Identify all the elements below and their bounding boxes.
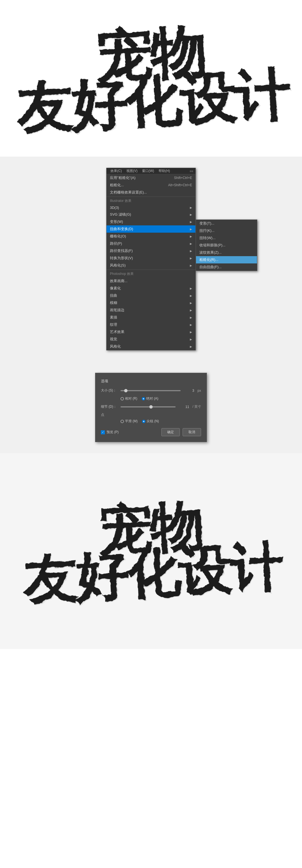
rasterize-item[interactable]: 栅格化(O) ▶ — [107, 232, 195, 240]
menu-effects[interactable]: 效果(C) — [109, 168, 124, 174]
arrow-icon: ▶ — [190, 206, 192, 209]
convert-shape-item[interactable]: 转换为形状(V) ▶ — [107, 254, 195, 262]
size-radio-group: 相对 (R) 绝对 (A) — [121, 396, 201, 401]
effects-menu[interactable]: 效果(C) 视图(V) 窗口(W) 帮助(H) ≡≡ 应用"粗糙化"(A) Sh… — [106, 168, 196, 350]
apply-roughen-item[interactable]: 应用"粗糙化"(A) Shift+Ctrl+E — [107, 174, 195, 182]
radio-sharp[interactable]: 尖锐 (N) — [142, 419, 159, 424]
radio-absolute-circle[interactable] — [142, 397, 145, 400]
preview-checkbox-box[interactable] — [101, 430, 105, 434]
arrow-icon: ▶ — [190, 323, 192, 326]
arrow-icon: ▶ — [190, 235, 192, 238]
twist-item[interactable]: 扭转(W)... — [196, 234, 257, 242]
menu-window[interactable]: 窗口(W) — [140, 168, 156, 174]
distort-transform-item[interactable]: 扭曲和变换(D) ▶ — [107, 225, 195, 232]
radio-flat[interactable]: 平滑 (M) — [121, 419, 138, 424]
size-unit: px — [198, 389, 201, 393]
arrow-icon: ▶ — [190, 249, 192, 252]
separator-1 — [107, 196, 195, 197]
arrow-icon: ▶ — [190, 213, 192, 216]
distort-submenu[interactable]: 变形(T)... 扭拧(K)... 扭转(W)... 收缩和膨胀(P)... 波… — [196, 219, 257, 271]
detail-row: 细节 (D)： 11 / 英寸 — [101, 404, 201, 409]
detail-slider[interactable] — [121, 406, 176, 407]
size-row: 大小 (S)： 3 px — [101, 388, 201, 393]
section-bottom-calligraphy: 宠物 友好化设计 — [0, 453, 302, 649]
detail-slider-container: 11 / 英寸 — [121, 404, 201, 409]
radio-sharp-circle[interactable] — [142, 420, 145, 423]
size-value: 3 — [183, 389, 194, 393]
effect-gallery-item[interactable]: 效果画廊... — [107, 277, 195, 285]
roughen-sub-item[interactable]: 粗糙化(R)... — [196, 256, 257, 264]
stylize-item[interactable]: 风格化(S) ▶ — [107, 262, 195, 269]
menu-help[interactable]: 帮助(H) — [157, 168, 172, 174]
tweak-item[interactable]: 扭拧(K)... — [196, 227, 257, 234]
size-slider-container: 3 px — [121, 389, 201, 393]
warp-item[interactable]: 变形(W) ▶ — [107, 218, 195, 225]
point-label: 点 — [101, 412, 201, 417]
radio-flat-circle[interactable] — [121, 420, 124, 423]
detail-value: 11 — [178, 405, 189, 409]
arrow-icon: ▶ — [190, 294, 192, 297]
section-top-calligraphy: 宠物 友好化设计 — [0, 0, 302, 157]
top-calligraphy-text: 宠物 友好化设计 — [12, 24, 290, 133]
arrow-icon: ▶ — [190, 242, 192, 245]
arrow-icon: ▶ — [190, 287, 192, 290]
document-raster-item[interactable]: 文档栅格效果设置(E)... — [107, 189, 195, 196]
arrow-icon: ▶ — [190, 257, 192, 260]
cancel-button[interactable]: 取消 — [183, 428, 201, 436]
arrow-icon: ▶ — [190, 264, 192, 267]
size-slider[interactable] — [121, 390, 181, 391]
illustrator-effects-label: Illustrator 效果 — [107, 197, 195, 205]
section-menu: 效果(C) 视图(V) 窗口(W) 帮助(H) ≡≡ 应用"粗糙化"(A) Sh… — [0, 157, 302, 362]
ps-topbar: 效果(C) 视图(V) 窗口(W) 帮助(H) ≡≡ — [107, 168, 195, 174]
arrow-icon: ▶ — [190, 316, 192, 319]
sketch-item[interactable]: 素描 ▶ — [107, 314, 195, 321]
artistic-item[interactable]: 艺术效果 ▶ — [107, 328, 195, 336]
point-radio-group: 平滑 (M) 尖锐 (N) — [121, 419, 201, 424]
detail-unit: / 英寸 — [192, 404, 201, 409]
free-distort-item[interactable]: 自由扭曲(F)... — [196, 264, 257, 271]
distort-item[interactable]: 扭曲 ▶ — [107, 292, 195, 299]
pathfinder-item[interactable]: 路径查找器(F) ▶ — [107, 247, 195, 254]
size-label: 大小 (S)： — [101, 388, 121, 393]
stylize2-item[interactable]: 风格化 ▶ — [107, 343, 195, 350]
detail-label: 细节 (D)： — [101, 404, 121, 409]
dialog-title: 选项 — [101, 379, 201, 384]
bottom-calligraphy-text: 宠物 友好化设计 — [20, 499, 283, 603]
preview-checkbox[interactable]: 预览 (P) — [101, 430, 119, 435]
photoshop-effects-label: Photoshop 效果 — [107, 271, 195, 277]
blur-item[interactable]: 模糊 ▶ — [107, 299, 195, 307]
confirm-button[interactable]: 确定 — [161, 428, 180, 436]
arrow-icon: ▶ — [190, 338, 192, 341]
texture-item[interactable]: 纹理 ▶ — [107, 321, 195, 328]
menu-view[interactable]: 视图(V) — [125, 168, 139, 174]
radio-relative-circle[interactable] — [121, 397, 124, 400]
dialog-buttons: 确定 取消 — [161, 428, 201, 436]
svg-filter-item[interactable]: SVG 滤镜(G) ▶ — [107, 211, 195, 218]
pucker-bloat-item[interactable]: 收缩和膨胀(P)... — [196, 242, 257, 249]
radio-relative[interactable]: 相对 (R) — [121, 396, 137, 401]
brush-stroke-item[interactable]: 画笔描边 ▶ — [107, 307, 195, 314]
arrow-icon: ▶ — [190, 331, 192, 334]
panel-icon: ≡≡ — [189, 169, 193, 173]
arrow-icon: ▶ — [190, 228, 192, 231]
section-dialog: 选项 大小 (S)： 3 px 相对 (R) 绝对 (A) — [0, 362, 302, 453]
video-item[interactable]: 视觉 ▶ — [107, 336, 195, 343]
arrow-icon: ▶ — [190, 345, 192, 348]
ripple-item[interactable]: 波纹效果(Z)... — [196, 249, 257, 256]
pixelate-item[interactable]: 像素化 ▶ — [107, 285, 195, 292]
warp-sub-item[interactable]: 变形(T)... — [196, 220, 257, 227]
path-item[interactable]: 路径(P) ▶ — [107, 240, 195, 247]
separator-2 — [107, 270, 195, 270]
arrow-icon: ▶ — [190, 302, 192, 305]
arrow-icon: ▶ — [190, 220, 192, 223]
radio-absolute[interactable]: 绝对 (A) — [142, 396, 158, 401]
arrow-icon: ▶ — [190, 309, 192, 312]
3d-item[interactable]: 3D(3) ▶ — [107, 205, 195, 211]
dialog-footer: 预览 (P) 确定 取消 — [101, 428, 201, 436]
roughen-dialog[interactable]: 选项 大小 (S)： 3 px 相对 (R) 绝对 (A) — [95, 373, 207, 442]
roughen-item[interactable]: 粗糙化... Alt+Shift+Ctrl+E — [107, 182, 195, 189]
